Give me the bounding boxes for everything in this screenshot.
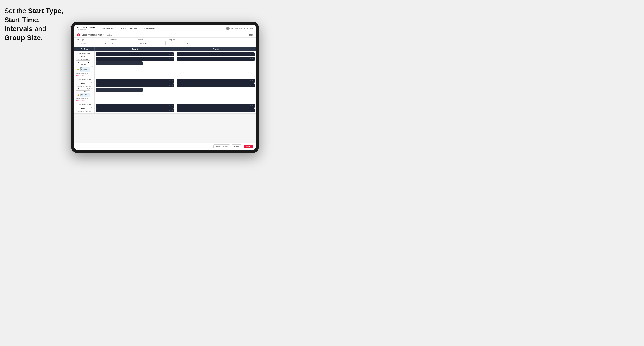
course-input-1[interactable]: ⛳ (A) Peachtree GC × + bbox=[76, 66, 93, 72]
player-x-icon[interactable]: ✕ bbox=[169, 53, 170, 55]
player-settings-icon-t2-2[interactable]: ⚙ bbox=[252, 58, 254, 60]
group-size-select[interactable]: 3 bbox=[168, 41, 190, 45]
table-row: STARTING TIME: ⏱ STARTING HOLE: 1 ⬆ COUR… bbox=[74, 51, 256, 78]
team2-cell-3: ✕ ⚙ ✕ ⚙ bbox=[176, 103, 256, 113]
clippd-icon: C bbox=[77, 33, 80, 36]
tablet-screen: SCOREBOARD Powered by clippd TOURNAMENTS… bbox=[74, 24, 256, 150]
remove-icon-2: ○ bbox=[76, 98, 77, 100]
px-g3-t2-2[interactable]: ✕ bbox=[250, 109, 251, 111]
group-size-label: Group Size bbox=[168, 39, 190, 40]
intervals-select[interactable]: 10 Minutes bbox=[138, 41, 166, 45]
player-settings-icon-2[interactable]: ⚙ bbox=[171, 58, 173, 60]
cancel-button[interactable]: Cancel bbox=[232, 144, 242, 149]
px-g3-2[interactable]: ✕ bbox=[169, 109, 170, 111]
player-slot-g3-2-2: ✕ ⚙ bbox=[177, 108, 255, 112]
starting-time-input-3[interactable] bbox=[76, 106, 90, 110]
team1-cell-1: ✕ ⚙ ✕ ⚙ bbox=[95, 51, 176, 78]
hole-spinner-2[interactable]: ⬆ bbox=[91, 88, 93, 90]
ps-g3-t2-2[interactable]: ⚙ bbox=[252, 109, 254, 111]
px-t2-2[interactable]: ✕ bbox=[250, 84, 251, 86]
course-label-1: COURSE: bbox=[76, 64, 93, 66]
clock-icon-1: ⏱ bbox=[90, 55, 93, 57]
table-row: STARTING TIME: ⏱ STARTING HOLE: ✕ ⚙ ✕ ⚙ bbox=[74, 103, 256, 114]
team1-cell-2: ✕ ⚙ ✕ ⚙ bbox=[95, 78, 176, 103]
course-add-btn-2[interactable]: + bbox=[90, 94, 92, 96]
starting-hole-select-1[interactable]: 1 bbox=[76, 60, 90, 64]
px-t2-1[interactable]: ✕ bbox=[250, 80, 251, 82]
breadcrumb-tournament[interactable]: Clippd Invitational (Men) bbox=[82, 34, 102, 36]
starting-hole-label-3: STARTING HOLE: bbox=[76, 110, 93, 112]
add-group-btn-1[interactable]: + Add Group bbox=[76, 75, 93, 76]
breadcrumb-bar: C Clippd Invitational (Men) › Hosting ‹ … bbox=[74, 32, 256, 38]
course-input-2[interactable]: ⛳ East Lake GC × + bbox=[76, 93, 93, 97]
col-tee-time: Tee Time bbox=[74, 47, 95, 51]
col-team1: Team 1 bbox=[95, 47, 176, 51]
px-g3-t2-1[interactable]: ✕ bbox=[250, 105, 251, 107]
main-content[interactable]: STARTING TIME: ⏱ STARTING HOLE: 1 ⬆ COUR… bbox=[74, 51, 256, 143]
remove-icon-1: ○ bbox=[76, 73, 77, 75]
ps-t2-2[interactable]: ⚙ bbox=[252, 84, 254, 86]
table-row: STARTING TIME: ⏱ STARTING HOLE: 1 ⬆ COUR… bbox=[74, 78, 256, 103]
nav-links: TOURNAMENTS TEAMS COMMITTEE RANKINGS bbox=[99, 27, 226, 29]
nav-teams[interactable]: TEAMS bbox=[118, 27, 126, 29]
starting-time-label-3: STARTING TIME: bbox=[76, 104, 93, 106]
tee-time-col-1: STARTING TIME: ⏱ STARTING HOLE: 1 ⬆ COUR… bbox=[74, 51, 95, 78]
start-time-group: Start Time 10:00 bbox=[110, 39, 136, 45]
start-time-select[interactable]: 10:00 bbox=[110, 41, 136, 45]
remove-group-btn-2[interactable]: ○ Remove Group bbox=[76, 98, 93, 100]
instruction-text: Set the Start Type, Start Time, Interval… bbox=[4, 6, 67, 42]
logo: SCOREBOARD Powered by clippd bbox=[77, 26, 95, 30]
ps-icon-2[interactable]: ⚙ bbox=[171, 84, 173, 86]
start-type-group: Start Type 1st Tee Start bbox=[77, 39, 108, 45]
starting-time-label-2: STARTING TIME: bbox=[76, 79, 93, 81]
table-header: Tee Time Team 1 Team 2 bbox=[74, 47, 256, 51]
player-slot-g2-1-1: ✕ ⚙ bbox=[96, 79, 174, 83]
hole-spinner-1[interactable]: ⬆ bbox=[91, 61, 93, 63]
tee-time-col-3: STARTING TIME: ⏱ STARTING HOLE: bbox=[74, 103, 95, 113]
player-x-icon-2[interactable]: ✕ bbox=[169, 58, 170, 60]
player-slot-g3-1-1: ✕ ⚙ bbox=[96, 104, 174, 108]
user-email: blair@clippd.io bbox=[231, 27, 243, 29]
player-settings-icon[interactable]: ⚙ bbox=[171, 53, 173, 55]
nav-rankings[interactable]: RANKINGS bbox=[144, 27, 155, 29]
sign-out-link[interactable]: Sign out bbox=[246, 27, 253, 29]
nav-separator: | bbox=[244, 27, 245, 29]
px-icon[interactable]: ✕ bbox=[169, 80, 170, 82]
player-slot-1-3 bbox=[96, 61, 142, 65]
remove-group-btn-1[interactable]: ○ Remove Group bbox=[76, 73, 93, 75]
course-icon-2: ⛳ bbox=[77, 94, 79, 96]
back-button[interactable]: ‹ Back bbox=[247, 34, 253, 36]
player-settings-icon-t2-1[interactable]: ⚙ bbox=[252, 53, 254, 55]
start-type-select[interactable]: 1st Tee Start bbox=[77, 41, 108, 45]
starting-time-input-2[interactable] bbox=[76, 81, 90, 85]
player-slot-g2-2-1: ✕ ⚙ bbox=[177, 79, 255, 83]
player-x-icon-t2-2[interactable]: ✕ bbox=[250, 58, 251, 60]
breadcrumb-sep: › bbox=[103, 34, 104, 36]
ps-t2-1[interactable]: ⚙ bbox=[252, 80, 254, 82]
course-tag-remove-1[interactable]: × bbox=[88, 68, 89, 70]
player-slot-g2-1-2: ✕ ⚙ bbox=[96, 83, 174, 87]
px-g3-1[interactable]: ✕ bbox=[169, 105, 170, 107]
save-button[interactable]: Save bbox=[244, 145, 253, 148]
course-tag-2: East Lake GC × bbox=[80, 93, 90, 97]
ps-g3-1[interactable]: ⚙ bbox=[171, 105, 173, 107]
course-add-btn-1[interactable]: + bbox=[90, 68, 92, 70]
player-x-icon-t2-1[interactable]: ✕ bbox=[250, 53, 251, 55]
nav-tournaments[interactable]: TOURNAMENTS bbox=[99, 27, 116, 29]
group-size-group: Group Size 3 bbox=[168, 39, 190, 45]
px-icon-2[interactable]: ✕ bbox=[169, 84, 170, 86]
course-tag-remove-2[interactable]: × bbox=[88, 94, 89, 96]
ps-g3-2[interactable]: ⚙ bbox=[171, 109, 173, 111]
player-slot-1-1: ✕ ⚙ bbox=[96, 52, 174, 56]
add-group-btn-2[interactable]: + Add Group bbox=[76, 100, 93, 101]
course-icon-1: ⛳ bbox=[77, 68, 79, 70]
ps-g3-t2-1[interactable]: ⚙ bbox=[252, 105, 254, 107]
reset-changes-button[interactable]: Reset Changes bbox=[213, 144, 230, 149]
starting-hole-select-2[interactable]: 1 bbox=[76, 87, 90, 91]
footer: Reset Changes Cancel Save bbox=[74, 143, 256, 150]
col-team2: Team 2 bbox=[176, 47, 256, 51]
starting-time-input-1[interactable] bbox=[76, 54, 90, 58]
ps-icon[interactable]: ⚙ bbox=[171, 80, 173, 82]
nav-committee[interactable]: COMMITTEE bbox=[129, 27, 142, 29]
player-slot-2-2: ✕ ⚙ bbox=[177, 57, 255, 61]
